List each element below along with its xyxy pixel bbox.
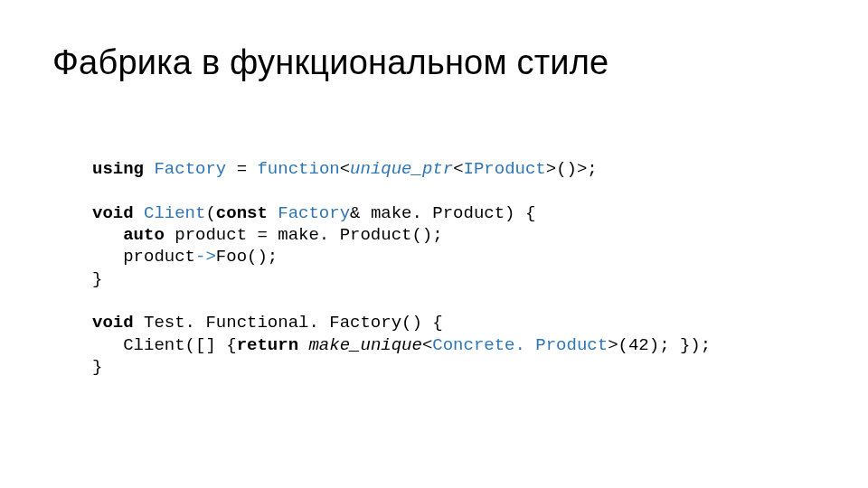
code-line-1: using Factory = function<unique_ptr<IPro… [92, 159, 598, 179]
txt: < [422, 335, 432, 355]
txt: & make. Product) { [350, 203, 535, 223]
kw-return: return [237, 335, 298, 355]
fn-client: Client [144, 203, 205, 223]
txt: >(42); }); [608, 335, 711, 355]
kw-auto: auto [123, 225, 165, 245]
type-factory-2: Factory [278, 203, 350, 223]
op-arrow: -> [195, 247, 216, 267]
code-block: using Factory = function<unique_ptr<IPro… [92, 158, 816, 378]
kw-void-2: void [92, 313, 134, 333]
type-concrete-product: Concrete. Product [432, 335, 608, 355]
code-line-3: void Client(const Factory& make. Product… [92, 203, 535, 223]
slide-title: Фабрика в функциональном стиле [52, 43, 816, 82]
code-line-5: product->Foo(); [92, 247, 278, 267]
txt: < [340, 159, 350, 179]
txt: = [226, 159, 257, 179]
type-iproduct: IProduct [464, 159, 546, 179]
txt [92, 225, 123, 245]
fn-test: Test. Functional. Factory() { [144, 313, 443, 333]
txt [134, 203, 144, 223]
kw-using: using [92, 159, 144, 179]
txt: ( [205, 203, 215, 223]
kw-void: void [92, 203, 134, 223]
txt: < [453, 159, 463, 179]
type-factory: Factory [154, 159, 226, 179]
code-line-4: auto product = make. Product(); [92, 225, 443, 245]
slide: Фабрика в функциональном стиле using Fac… [0, 0, 868, 488]
txt: product [92, 247, 195, 267]
txt: Client([] { [92, 335, 237, 355]
type-unique-ptr: unique_ptr [350, 159, 453, 179]
txt [134, 313, 144, 333]
txt: ()>; [556, 159, 598, 179]
fn-make-unique: make_unique [308, 335, 421, 355]
type-function: function [257, 159, 339, 179]
kw-const: const [216, 203, 268, 223]
txt: Foo(); [216, 247, 278, 267]
code-line-10: } [92, 357, 102, 377]
code-line-8: void Test. Functional. Factory() { [92, 313, 443, 333]
code-line-6: } [92, 269, 102, 289]
txt [268, 203, 278, 223]
txt: product = make. Product(); [165, 225, 443, 245]
code-line-9: Client([] {return make_unique<Concrete. … [92, 335, 711, 355]
txt: > [546, 159, 556, 179]
txt [298, 335, 308, 355]
